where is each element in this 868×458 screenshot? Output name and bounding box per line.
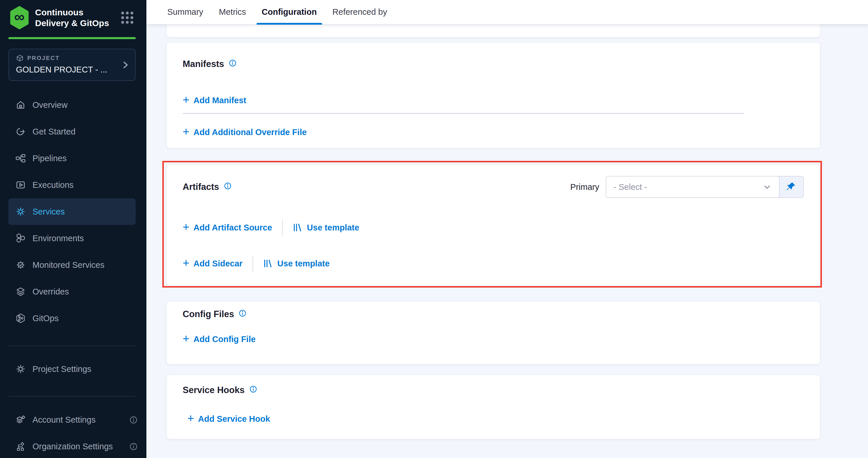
primary-artifact-select[interactable]: - Select - bbox=[606, 176, 780, 198]
account-settings-icon bbox=[16, 415, 26, 425]
add-service-hook-button[interactable]: + Add Service Hook bbox=[187, 414, 270, 424]
plus-icon: + bbox=[183, 333, 189, 344]
sidebar-item-organization-settings[interactable]: Organization Settings bbox=[8, 433, 143, 458]
home-icon bbox=[16, 100, 26, 110]
use-template-artifact-button[interactable]: Use template bbox=[292, 223, 360, 233]
add-sidecar-button[interactable]: + Add Sidecar bbox=[183, 258, 243, 269]
chevron-down-icon bbox=[763, 182, 772, 192]
manifests-title: Manifests bbox=[183, 59, 224, 69]
gitops-icon bbox=[16, 313, 26, 324]
project-settings-gear-icon bbox=[16, 364, 26, 374]
plus-icon: + bbox=[187, 413, 194, 424]
app-root: ∞ Continuous Delivery & GitOps PROJECT G… bbox=[0, 0, 868, 458]
module-header: ∞ Continuous Delivery & GitOps bbox=[8, 6, 138, 30]
add-manifest-button[interactable]: + Add Manifest bbox=[183, 95, 246, 105]
info-icon[interactable] bbox=[238, 309, 247, 317]
organization-settings-icon bbox=[16, 441, 26, 452]
project-label: PROJECT bbox=[27, 55, 60, 61]
sidebar-divider bbox=[8, 396, 136, 397]
pin-button[interactable] bbox=[777, 176, 804, 198]
tab-summary[interactable]: Summary bbox=[167, 0, 203, 24]
environments-icon bbox=[16, 233, 26, 244]
sidebar: ∞ Continuous Delivery & GitOps PROJECT G… bbox=[0, 0, 146, 458]
service-hooks-title: Service Hooks bbox=[183, 385, 245, 395]
primary-label: Primary bbox=[570, 182, 599, 192]
pin-icon bbox=[785, 181, 796, 193]
tab-configuration[interactable]: Configuration bbox=[262, 0, 317, 24]
template-library-icon bbox=[263, 258, 273, 268]
sidebar-item-account-settings[interactable]: Account Settings bbox=[8, 406, 143, 433]
primary-artifact-control: Primary - Select - bbox=[570, 176, 804, 198]
add-additional-override-file-button[interactable]: + Add Additional Override File bbox=[183, 127, 307, 138]
sidebar-item-project-settings[interactable]: Project Settings bbox=[8, 356, 143, 383]
sidebar-item-overview[interactable]: Overview bbox=[8, 92, 136, 118]
sidebar-item-get-started[interactable]: Get Started bbox=[8, 118, 136, 145]
project-selector[interactable]: PROJECT GOLDEN PROJECT - ... bbox=[8, 49, 136, 81]
module-accent-bar bbox=[8, 37, 136, 39]
manifests-divider bbox=[183, 113, 744, 114]
sidebar-item-overrides[interactable]: Overrides bbox=[8, 278, 136, 305]
get-started-icon bbox=[16, 126, 26, 137]
template-library-icon bbox=[292, 223, 302, 233]
pipelines-icon bbox=[16, 153, 26, 163]
sidebar-nav: Overview Get Started Pipelines bbox=[8, 92, 136, 332]
info-icon[interactable] bbox=[223, 182, 232, 190]
info-icon[interactable] bbox=[249, 385, 257, 393]
svg-text:∞: ∞ bbox=[14, 8, 25, 25]
tab-metrics[interactable]: Metrics bbox=[219, 0, 246, 24]
plus-icon: + bbox=[183, 126, 189, 138]
sidebar-item-services[interactable]: Services bbox=[8, 198, 136, 225]
previous-card-partial bbox=[167, 25, 820, 37]
module-title: Continuous Delivery & GitOps bbox=[35, 7, 121, 28]
sidebar-item-environments[interactable]: Environments bbox=[8, 225, 136, 252]
sidebar-divider bbox=[8, 345, 136, 346]
vertical-divider bbox=[252, 255, 253, 272]
services-gear-icon bbox=[16, 206, 26, 217]
info-icon[interactable] bbox=[129, 442, 138, 451]
overrides-layers-icon bbox=[16, 286, 26, 297]
artifacts-title: Artifacts bbox=[183, 182, 219, 192]
plus-icon: + bbox=[183, 257, 189, 269]
cube-icon bbox=[16, 54, 24, 62]
info-icon[interactable] bbox=[228, 59, 237, 67]
module-switcher-icon[interactable] bbox=[121, 11, 133, 24]
sidebar-item-monitored-services[interactable]: Monitored Services bbox=[8, 252, 136, 278]
artifacts-card: Artifacts Primary - Select - bbox=[167, 165, 820, 285]
sidebar-item-executions[interactable]: Executions bbox=[8, 172, 136, 198]
project-name: GOLDEN PROJECT - ... bbox=[16, 65, 128, 74]
info-icon[interactable] bbox=[129, 416, 138, 424]
add-config-file-button[interactable]: + Add Config File bbox=[183, 334, 256, 344]
plus-icon: + bbox=[183, 221, 189, 233]
service-hooks-card: Service Hooks + Add Service Hook bbox=[167, 375, 820, 439]
sidebar-item-gitops[interactable]: GitOps bbox=[8, 305, 136, 332]
sidebar-item-pipelines[interactable]: Pipelines bbox=[8, 145, 136, 172]
tab-bar: Summary Metrics Configuration Referenced… bbox=[146, 0, 868, 25]
tab-referenced-by[interactable]: Referenced by bbox=[333, 0, 387, 24]
config-files-title: Config Files bbox=[183, 309, 234, 319]
config-files-card: Config Files + Add Config File bbox=[167, 302, 820, 364]
chevron-right-icon bbox=[121, 60, 130, 69]
plus-icon: + bbox=[183, 94, 189, 105]
vertical-divider bbox=[282, 219, 283, 236]
harness-cd-logo-icon: ∞ bbox=[8, 6, 30, 30]
monitored-services-icon bbox=[16, 260, 26, 270]
use-template-sidecar-button[interactable]: Use template bbox=[263, 258, 330, 268]
add-artifact-source-button[interactable]: + Add Artifact Source bbox=[183, 222, 272, 233]
manifests-card: Manifests + Add Manifest + Add Additiona… bbox=[167, 43, 820, 148]
executions-icon bbox=[16, 180, 26, 190]
